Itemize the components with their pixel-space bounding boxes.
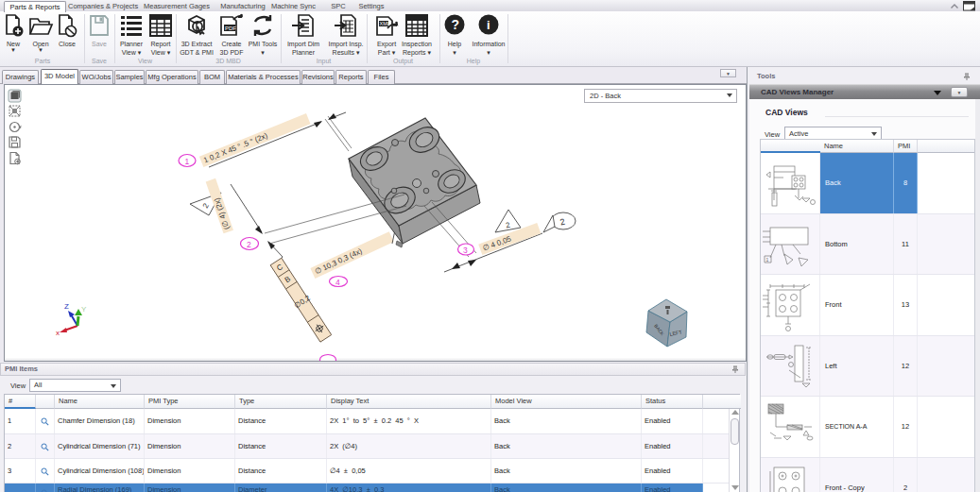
svg-text:x: x xyxy=(56,329,60,337)
svg-text:4: 4 xyxy=(335,278,340,287)
svg-text:XML: XML xyxy=(380,21,390,26)
svg-text:Y: Y xyxy=(81,305,87,314)
svg-text:(∅ 4) (2x): (∅ 4) (2x) xyxy=(213,196,232,230)
svg-text:3: 3 xyxy=(463,246,468,255)
svg-text:1 0,2 X 45 ° .5 ° (2x): 1 0,2 X 45 ° .5 ° (2x) xyxy=(202,131,269,165)
svg-text:1: 1 xyxy=(766,257,769,263)
svg-text:i: i xyxy=(487,18,490,32)
svg-text:PDF: PDF xyxy=(225,25,236,31)
svg-text:?: ? xyxy=(452,17,460,32)
svg-text:1: 1 xyxy=(185,157,190,166)
svg-text:∅ 10,3 0,3 (4x): ∅ 10,3 0,3 (4x) xyxy=(314,246,364,276)
svg-text:∅ 4 0,05: ∅ 4 0,05 xyxy=(482,234,513,252)
svg-text:Z: Z xyxy=(64,302,69,311)
svg-text:2: 2 xyxy=(247,240,251,249)
